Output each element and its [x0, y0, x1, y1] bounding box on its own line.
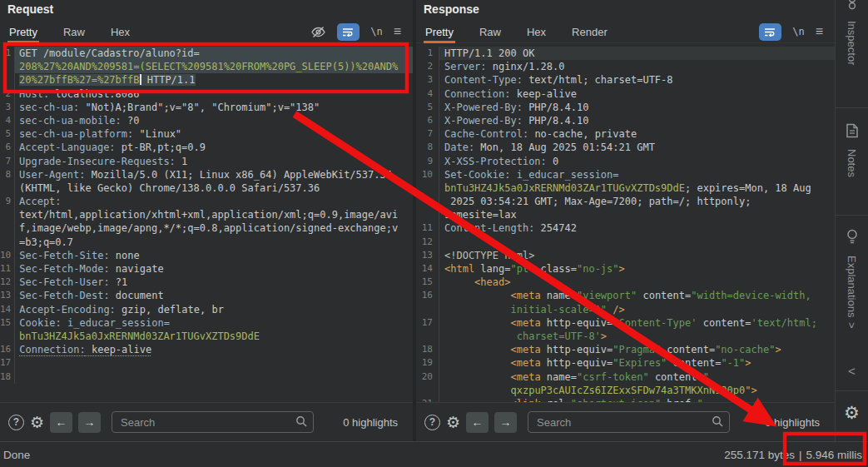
tab-pretty[interactable]: Pretty: [7, 21, 39, 43]
request-editor[interactable]: 1GET /module/Cadastro/aluno?id=208%27%20…: [0, 43, 413, 402]
code-segment: http-equiv=: [541, 317, 613, 329]
line-content: Server: nginx/1.28.0: [439, 60, 835, 73]
code-line: text/html,application/xhtml+xml,applicat…: [0, 208, 413, 221]
search-icon: [712, 415, 724, 431]
code-segment: content=: [649, 371, 703, 383]
notes-icon: [846, 123, 859, 142]
code-segment: ": [703, 371, 709, 383]
code-segment: content=: [667, 357, 721, 369]
show-newlines-icon[interactable]: \n: [370, 26, 382, 37]
code-segment: sec-ch-ua:: [19, 102, 79, 113]
line-content: sec-ch-ua-mobile: ?0: [14, 114, 413, 127]
search-settings-gear-icon[interactable]: ⚙: [30, 415, 44, 430]
line-number: 14: [416, 262, 433, 276]
code-segment: [444, 290, 510, 301]
code-segment: http-equiv=: [541, 357, 613, 369]
request-search-input[interactable]: [112, 411, 314, 433]
eye-off-icon[interactable]: [310, 26, 326, 38]
request-panel-title: Request: [7, 2, 53, 16]
code-segment: sec-ch-ua-platform:: [19, 128, 133, 140]
tab-hex[interactable]: Hex: [525, 21, 548, 43]
line-content: <meta http-equiv='Content-Type' content=…: [439, 316, 835, 330]
line-number: [416, 181, 433, 195]
status-separator: |: [799, 449, 802, 461]
code-line: 12: [416, 236, 835, 249]
tab-render[interactable]: Render: [570, 21, 609, 43]
code-segment: "no-js": [577, 263, 619, 275]
line-content: GET /module/Cadastro/aluno?id=: [14, 47, 413, 60]
soft-wrap-toggle-button[interactable]: [337, 23, 360, 41]
code-segment: Accept-Language:: [19, 142, 116, 153]
line-content: Cookie: i_educar_session=: [14, 316, 413, 330]
help-icon[interactable]: ?: [424, 415, 440, 430]
line-number: 10: [416, 168, 433, 181]
response-editor-toolbar: \n ≡: [759, 23, 835, 41]
editor-menu-icon[interactable]: ≡: [816, 24, 823, 39]
code-segment: <head>: [444, 276, 510, 288]
tab-pretty[interactable]: Pretty: [424, 21, 455, 43]
line-content: <meta name="csrf-token" content=": [439, 370, 835, 384]
line-number: 18: [416, 343, 433, 356]
code-segment: <!DOCTYPE html>: [444, 250, 534, 261]
code-line: 1GET /module/Cadastro/aluno?id=: [0, 47, 413, 60]
code-line: 20 <meta name="csrf-token" content=": [416, 370, 835, 384]
editor-menu-icon[interactable]: ≡: [394, 24, 401, 39]
code-segment: >: [745, 357, 751, 369]
code-segment: [444, 317, 510, 329]
response-editor[interactable]: 1HTTP/1.1 200 OK2Server: nginx/1.28.03Co…: [416, 43, 835, 402]
line-number: 7: [416, 127, 433, 141]
response-search-toolbar: ? ⚙ ← → 0 highlights: [416, 402, 835, 441]
code-segment: PHP/8.4.10: [523, 115, 588, 127]
sidebar-item-inspector[interactable]: Inspector: [836, 0, 868, 107]
search-next-button[interactable]: →: [494, 412, 517, 433]
code-segment: HTTP/1.1: [141, 74, 196, 86]
code-segment: <meta: [510, 290, 540, 301]
sidebar-settings-button[interactable]: ⚙: [836, 391, 868, 421]
response-search-input[interactable]: [528, 411, 730, 433]
code-segment: [444, 330, 517, 342]
code-segment: initial-scale=1": [510, 304, 607, 315]
code-segment: (KHTML, like Gecko) Chrome/138.0.0.0 Saf…: [19, 182, 320, 194]
code-line: 6X-Powered-By: PHP/8.4.10: [416, 114, 835, 127]
code-segment: Cookie:: [19, 317, 62, 329]
collapse-sidebar-button[interactable]: <: [836, 364, 868, 384]
line-number: 15: [416, 276, 433, 289]
code-segment: <meta: [510, 357, 540, 369]
code-segment: charset=UTF-8': [517, 330, 601, 342]
response-size-label: 255.171 bytes: [724, 449, 795, 461]
code-segment: [444, 344, 510, 355]
search-next-button[interactable]: →: [78, 412, 101, 433]
line-number: 2: [0, 87, 11, 101]
line-number: 17: [0, 356, 11, 370]
search-prev-button[interactable]: ←: [466, 412, 489, 433]
code-segment: localhost:8086: [49, 88, 139, 100]
sidebar-item-notes[interactable]: Notes: [836, 108, 868, 215]
line-content: User-Agent: Mozilla/5.0 (X11; Linux x86_…: [14, 168, 413, 181]
code-segment: ?1: [110, 276, 128, 288]
line-content: Content-Type: text/html; charset=UTF-8: [439, 73, 835, 87]
line-number: [0, 208, 11, 221]
line-number: 13: [416, 249, 433, 262]
code-segment: X-Powered-By:: [444, 102, 523, 113]
code-segment: bnTu3HZ4Jk5a0JxRERNMd03ZAr1TUGvXZTDs9DdE: [444, 182, 685, 194]
help-icon[interactable]: ?: [8, 415, 24, 430]
soft-wrap-toggle-button[interactable]: [759, 23, 781, 41]
chevron-icon: >: [846, 322, 858, 329]
line-number: 13: [0, 289, 11, 302]
sidebar-label: Explanations: [846, 256, 858, 317]
line-number: 16: [416, 289, 433, 302]
tab-hex[interactable]: Hex: [109, 21, 131, 43]
show-newlines-icon[interactable]: \n: [792, 26, 804, 37]
sidebar-item-explanations[interactable]: Explanations >: [836, 216, 868, 364]
tab-raw[interactable]: Raw: [478, 21, 503, 43]
line-content: Date: Mon, 18 Aug 2025 01:54:21 GMT: [439, 141, 835, 154]
code-segment: [444, 357, 510, 369]
search-settings-gear-icon[interactable]: ⚙: [446, 415, 460, 430]
code-segment: "Not)A;Brand";v="8", "Chromium";v="138": [79, 102, 320, 113]
code-segment: navigate: [110, 263, 164, 275]
code-segment: Mozilla/5.0 (X11; Linux x86_64) AppleWeb…: [85, 169, 391, 181]
search-prev-button[interactable]: ←: [50, 412, 72, 433]
code-segment: bnTu3HZ4Jk5a0JxRERNMd03ZAr1TUGvXZTDs9DdE: [19, 330, 260, 342]
tab-raw[interactable]: Raw: [62, 21, 87, 43]
line-content: Accept:: [14, 195, 413, 208]
